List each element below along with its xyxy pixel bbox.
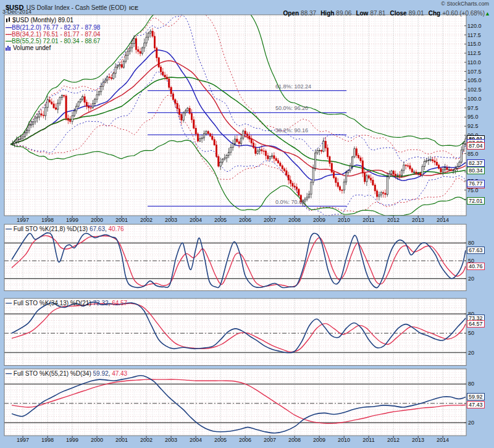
price-axis-label: 92.5 <box>467 123 479 129</box>
price-badge: 80.34 <box>467 167 485 174</box>
chart-date: 3-Dec-2014 <box>2 9 31 15</box>
x-axis-year-label: 1998 <box>40 217 56 223</box>
stoch-axis-label: 50 <box>468 330 474 336</box>
x-axis-year-label: 1997 <box>15 437 31 443</box>
x-axis-year-label: 2010 <box>336 437 352 443</box>
x-axis-year-label: 2001 <box>114 217 130 223</box>
price-axis-label: 97.5 <box>467 105 479 111</box>
x-axis-year-label: 2000 <box>89 217 105 223</box>
chg-label: Chg <box>429 10 440 17</box>
fib-level-label: 0.0%: 70.60 <box>275 199 305 205</box>
x-axis-year-label: 1997 <box>15 217 31 223</box>
stoch-axis-label: 20 <box>468 276 474 282</box>
x-axis-year-label: 2007 <box>262 437 278 443</box>
chart-title-text: US Dollar Index - Cash Settle (EOD) <box>27 4 127 11</box>
stoch-legend: — Full STO %K(21,8) %D(13) 67.63, 40.76 <box>6 226 124 232</box>
x-axis-year-label: 2005 <box>212 437 228 443</box>
x-axis-year-label: 2008 <box>287 437 303 443</box>
quote-bar: Open88.37High89.06Low87.81Close89.01Chg+… <box>279 7 490 18</box>
x-axis-year-label: 1998 <box>40 437 56 443</box>
stoch-axis-label: 20 <box>468 420 474 426</box>
x-axis-year-label: 2003 <box>163 217 179 223</box>
bollinger-legend-row: —BB(21,2.0) 76.77 - 82.37 - 87.98 <box>6 24 100 31</box>
price-axis-label: 110.0 <box>467 59 481 66</box>
x-axis-year-label: 2012 <box>385 437 401 443</box>
bollinger-legend-row: —BB(34,2.1) 76.51 - 81.77 - 87.04 <box>6 31 100 38</box>
x-axis-year-label: 2002 <box>138 437 154 443</box>
price-badge: 87.04 <box>467 142 485 150</box>
low-label: Low <box>356 10 368 17</box>
x-axis-year-label: 2006 <box>237 437 253 443</box>
x-axis-year-label: 2000 <box>89 437 105 443</box>
price-axis-label: 115.0 <box>467 41 481 47</box>
stoch-badge: 67.63 <box>467 247 485 254</box>
high-value: 89.06 <box>336 10 351 17</box>
candlestick-icon <box>6 17 10 23</box>
close-label: Close <box>390 10 406 17</box>
stoch-badge: 47.43 <box>467 401 485 408</box>
stoch-badge: 59.92 <box>467 393 485 400</box>
x-axis-year-label: 1999 <box>64 437 80 443</box>
price-badge: 82.37 <box>467 159 485 167</box>
x-axis-year-label: 2005 <box>212 217 228 223</box>
x-axis-year-label: 2002 <box>138 217 154 223</box>
stoch-legend: — Full STO %K(34,13) %D(21) 73.32, 64.57 <box>6 300 127 306</box>
main-legend-title: $USD (Monthly) 89.01 <box>6 17 73 23</box>
low-value: 87.81 <box>370 10 385 17</box>
x-axis-year-label: 2003 <box>163 437 179 443</box>
close-value: 89.01 <box>409 10 424 17</box>
fib-level-label: 50.0%: 96.20 <box>275 105 308 111</box>
open-value: 88.37 <box>301 10 316 17</box>
x-axis-year-label: 1999 <box>64 217 80 223</box>
price-axis-label: 112.5 <box>467 50 481 56</box>
price-axis-label: 117.5 <box>467 32 481 38</box>
x-axis-year-label: 2010 <box>336 217 352 223</box>
x-axis-year-label: 2011 <box>361 217 377 223</box>
price-axis-label: 85.0 <box>467 151 479 157</box>
copyright-label: © StockCharts.com <box>441 1 489 7</box>
x-axis-year-label: 2011 <box>361 437 377 443</box>
x-axis-year-label: 2014 <box>435 217 451 223</box>
price-axis-label: 95.0 <box>467 114 479 120</box>
x-axis-year-label: 2001 <box>114 437 130 443</box>
high-label: High <box>320 10 334 17</box>
price-badge: 76.77 <box>467 180 485 187</box>
fib-level-label: 38.2%: 90.16 <box>275 127 308 133</box>
x-axis-year-label: 2004 <box>188 217 204 223</box>
stoch-legend: — Full STO %K(55,21) %D(34) 59.92, 47.43 <box>6 370 127 377</box>
open-label: Open <box>283 10 299 17</box>
volume-icon <box>6 45 11 51</box>
x-axis-year-label: 2013 <box>410 217 426 223</box>
x-axis-year-label: 2012 <box>385 217 401 223</box>
price-axis-label: 120.0 <box>467 23 482 29</box>
chg-value: +0.60 (+0.68%) <box>442 10 485 17</box>
price-axis-label: 105.0 <box>467 77 482 83</box>
stoch-axis-label: 80 <box>468 381 474 387</box>
up-arrow-icon: ▲ <box>485 11 490 17</box>
bollinger-legend-row: —BB(55,2.5) 72.01 - 80.34 - 88.67 <box>6 38 100 44</box>
x-axis-year-label: 2009 <box>311 217 327 223</box>
chart-canvas <box>0 0 494 448</box>
x-axis-year-label: 2013 <box>410 437 426 443</box>
x-axis-year-label: 2008 <box>287 217 303 223</box>
x-axis-year-label: 2007 <box>262 217 278 223</box>
volume-legend-row: Volume undef <box>6 44 51 51</box>
stoch-axis-label: 20 <box>468 350 474 356</box>
stoch-badge: 64.57 <box>467 320 485 328</box>
stockcharts-chart: $USD US Dollar Index - Cash Settle (EOD)… <box>0 0 494 448</box>
price-axis-label: 100.0 <box>467 96 482 102</box>
price-axis-label: 107.5 <box>467 69 482 75</box>
x-axis-year-label: 2009 <box>311 437 327 443</box>
x-axis-year-label: 2004 <box>188 437 204 443</box>
price-axis-label: 102.5 <box>467 87 482 93</box>
price-badge: 72.01 <box>467 197 485 205</box>
x-axis-year-label: 2014 <box>435 437 451 443</box>
stoch-axis-label: 80 <box>468 240 474 246</box>
x-axis-year-label: 2006 <box>237 217 253 223</box>
stoch-badge: 40.76 <box>467 263 485 270</box>
exchange-label: ICE <box>129 5 138 11</box>
fib-level-label: 61.8%: 102.24 <box>275 83 311 90</box>
